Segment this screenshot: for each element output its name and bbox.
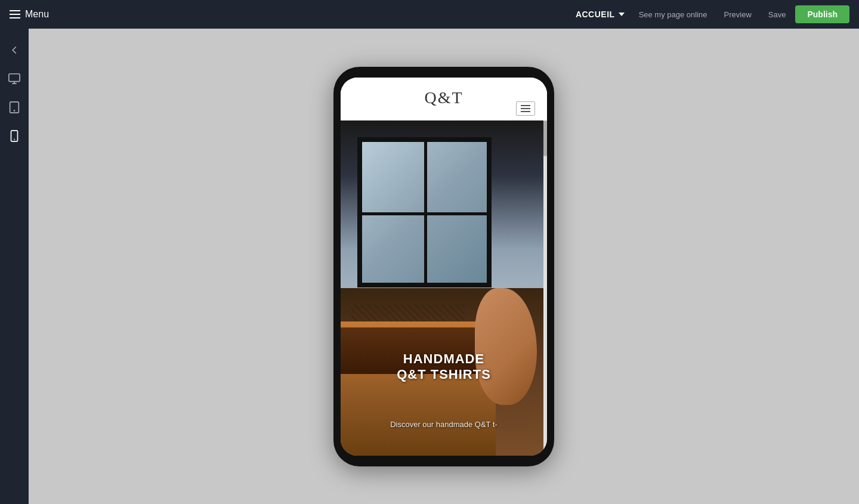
phone-screen: Q&T	[341, 78, 547, 456]
topbar-actions: ACCUEIL See my page online Preview Save …	[571, 5, 849, 23]
window-pane-v	[424, 142, 427, 283]
menu-label: Menu	[25, 9, 49, 20]
phone-device-frame: Q&T	[333, 67, 554, 466]
svg-rect-0	[9, 74, 20, 82]
phone-content-area: HANDMADE Q&T TSHIRTS Discover our handma…	[341, 120, 547, 456]
hero-section: HANDMADE Q&T TSHIRTS Discover our handma…	[341, 120, 547, 456]
site-header: Q&T	[341, 78, 547, 120]
publish-button[interactable]: Publish	[795, 5, 849, 23]
mobile-icon	[8, 129, 21, 143]
hero-window-frame	[357, 137, 492, 288]
back-button[interactable]	[2, 38, 26, 62]
svg-point-6	[14, 139, 15, 140]
back-arrow-icon	[8, 44, 21, 57]
desktop-view-button[interactable]	[2, 67, 26, 91]
hero-wooden-box	[341, 321, 496, 456]
hero-text-overlay: HANDMADE Q&T TSHIRTS	[341, 351, 547, 382]
preview-button[interactable]: Preview	[717, 7, 759, 23]
canvas-area: Q&T	[29, 29, 859, 504]
page-selector-label: ACCUEIL	[576, 10, 615, 19]
hamburger-button[interactable]	[516, 101, 535, 116]
hamburger-icon	[10, 10, 20, 18]
site-nav-hamburger[interactable]	[516, 101, 535, 116]
hero-title: HANDMADE Q&T TSHIRTS	[341, 351, 547, 382]
menu-button[interactable]: Menu	[10, 9, 49, 20]
mobile-view-button[interactable]	[2, 124, 26, 148]
svg-rect-5	[11, 131, 18, 141]
left-sidebar	[0, 29, 29, 504]
hero-subtitle: Discover our handmade Q&T t-	[341, 420, 547, 429]
save-button[interactable]: Save	[761, 7, 793, 23]
desktop-icon	[8, 72, 21, 85]
topbar: Menu ACCUEIL See my page online Preview …	[0, 0, 859, 29]
page-selector[interactable]: ACCUEIL	[571, 7, 629, 21]
site-logo: Q&T	[424, 88, 463, 107]
tablet-view-button[interactable]	[2, 95, 26, 119]
tablet-icon	[8, 101, 21, 114]
scrollbar-thumb	[543, 120, 547, 156]
see-online-button[interactable]: See my page online	[632, 7, 715, 23]
scrollbar-track[interactable]	[543, 120, 547, 456]
chevron-down-icon	[619, 13, 625, 16]
